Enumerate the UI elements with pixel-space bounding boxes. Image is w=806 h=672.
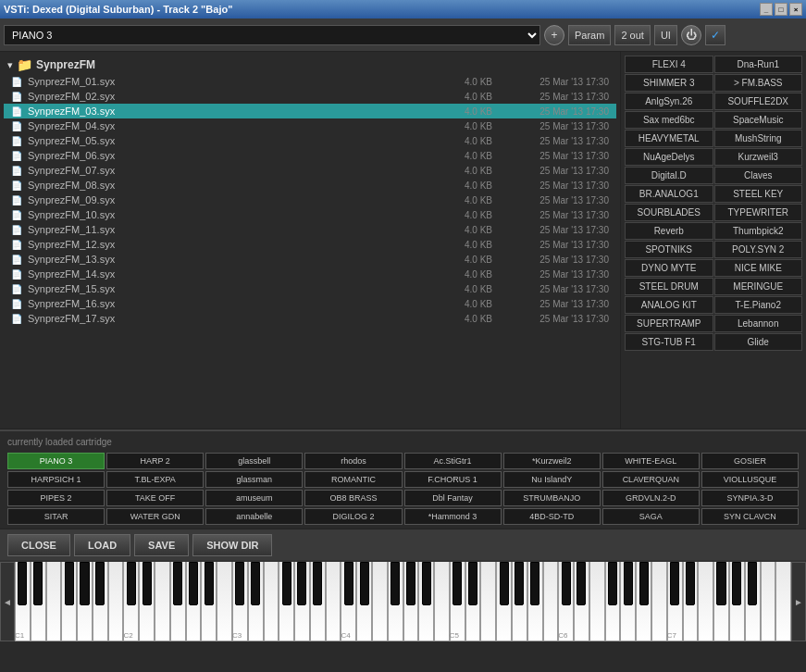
black-key[interactable] bbox=[468, 562, 477, 605]
patch-button[interactable]: Glide bbox=[714, 333, 803, 351]
cartridge-preset-button[interactable]: amuseum bbox=[205, 490, 303, 506]
black-key[interactable] bbox=[500, 562, 509, 605]
cartridge-preset-button[interactable]: TAKE OFF bbox=[106, 490, 204, 506]
black-key[interactable] bbox=[577, 562, 586, 605]
black-key[interactable] bbox=[65, 562, 74, 605]
cartridge-preset-button[interactable]: Ac.StiGtr1 bbox=[404, 453, 502, 469]
black-key[interactable] bbox=[18, 562, 27, 605]
patch-button[interactable]: SpaceMusic bbox=[714, 111, 803, 129]
patch-button[interactable]: SPOTNIKS bbox=[625, 241, 713, 258]
power-button[interactable]: ⏻ bbox=[681, 25, 701, 45]
patch-button[interactable]: Digital.D bbox=[625, 167, 713, 184]
black-key[interactable] bbox=[235, 562, 244, 605]
cartridge-preset-button[interactable]: SYNPIA.3-D bbox=[701, 490, 799, 506]
param-button[interactable]: Param bbox=[568, 25, 611, 45]
patch-button[interactable]: HEAVYMETAL bbox=[625, 130, 713, 147]
black-key[interactable] bbox=[716, 562, 725, 605]
black-key[interactable] bbox=[562, 562, 571, 605]
black-key[interactable] bbox=[251, 562, 260, 605]
patch-button[interactable]: Sax med6bc bbox=[625, 111, 713, 129]
black-key[interactable] bbox=[406, 562, 415, 605]
white-key[interactable] bbox=[698, 562, 713, 641]
black-key[interactable] bbox=[33, 562, 43, 605]
cartridge-preset-button[interactable]: *Kurzweil2 bbox=[503, 453, 601, 469]
black-key[interactable] bbox=[624, 562, 633, 605]
file-item[interactable]: 📄 SynprezFM_14.syx 4.0 KB 25 Mar '13 17:… bbox=[4, 267, 616, 281]
window-controls[interactable]: _ □ × bbox=[760, 3, 802, 16]
white-key[interactable] bbox=[761, 562, 776, 641]
cartridge-preset-button[interactable]: SAGA bbox=[602, 508, 700, 525]
cartridge-preset-button[interactable]: CLAVERQUAN bbox=[602, 471, 700, 488]
file-item[interactable]: 📄 SynprezFM_09.syx 4.0 KB 25 Mar '13 17:… bbox=[4, 193, 616, 207]
cartridge-preset-button[interactable]: GRDVLN.2-D bbox=[602, 490, 700, 506]
cartridge-preset-button[interactable]: glassman bbox=[205, 471, 303, 488]
white-key[interactable] bbox=[264, 562, 279, 641]
patch-button[interactable]: > FM.BASS bbox=[714, 74, 803, 92]
black-key[interactable] bbox=[732, 562, 741, 605]
patch-button[interactable]: SUPERTRAMP bbox=[625, 315, 713, 332]
patch-button[interactable]: MERINGUE bbox=[714, 278, 803, 295]
black-key[interactable] bbox=[95, 562, 105, 605]
black-key[interactable] bbox=[80, 562, 89, 605]
black-key[interactable] bbox=[686, 562, 695, 605]
patch-button[interactable]: Claves bbox=[714, 167, 803, 184]
check-button[interactable]: ✓ bbox=[705, 25, 725, 45]
white-key[interactable] bbox=[326, 562, 341, 641]
file-item[interactable]: 📄 SynprezFM_13.syx 4.0 KB 25 Mar '13 17:… bbox=[4, 252, 616, 267]
black-key[interactable] bbox=[391, 562, 400, 605]
black-key[interactable] bbox=[748, 562, 757, 605]
file-item[interactable]: 📄 SynprezFM_17.syx 4.0 KB 25 Mar '13 17:… bbox=[4, 311, 616, 326]
white-key[interactable] bbox=[155, 562, 170, 641]
cartridge-preset-button[interactable]: *Hammond 3 bbox=[404, 508, 502, 525]
patch-button[interactable]: SOUFFLE2DX bbox=[714, 93, 803, 110]
cartridge-preset-button[interactable]: SYN CLAVCN bbox=[701, 508, 799, 525]
file-item[interactable]: 📄 SynprezFM_03.syx 4.0 KB 25 Mar '13 17:… bbox=[4, 104, 616, 118]
file-item[interactable]: 📄 SynprezFM_16.syx 4.0 KB 25 Mar '13 17:… bbox=[4, 296, 616, 311]
patch-button[interactable]: TYPEWRITER bbox=[714, 204, 803, 221]
cartridge-preset-button[interactable]: annabelle bbox=[205, 508, 303, 525]
file-item[interactable]: 📄 SynprezFM_12.syx 4.0 KB 25 Mar '13 17:… bbox=[4, 237, 616, 252]
black-key[interactable] bbox=[297, 562, 306, 605]
patch-button[interactable]: NuAgeDelys bbox=[625, 148, 713, 166]
cartridge-preset-button[interactable]: PIANO 3 bbox=[7, 453, 105, 469]
file-item[interactable]: 📄 SynprezFM_05.syx 4.0 KB 25 Mar '13 17:… bbox=[4, 133, 616, 148]
patch-button[interactable]: STEEL KEY bbox=[714, 185, 803, 203]
file-item[interactable]: 📄 SynprezFM_11.syx 4.0 KB 25 Mar '13 17:… bbox=[4, 222, 616, 237]
cartridge-preset-button[interactable]: GOSIER bbox=[701, 453, 799, 469]
cartridge-preset-button[interactable]: ROMANTIC bbox=[304, 471, 402, 488]
file-item[interactable]: 📄 SynprezFM_01.syx 4.0 KB 25 Mar '13 17:… bbox=[4, 74, 616, 89]
cartridge-preset-button[interactable]: Dbl Fantay bbox=[404, 490, 502, 506]
white-key[interactable] bbox=[434, 562, 450, 641]
white-key[interactable] bbox=[46, 562, 62, 641]
white-key[interactable] bbox=[217, 562, 232, 641]
black-key[interactable] bbox=[205, 562, 214, 605]
2out-button[interactable]: 2 out bbox=[614, 25, 650, 45]
cartridge-preset-button[interactable]: Nu IslandY bbox=[503, 471, 601, 488]
cartridge-preset-button[interactable]: STRUMBANJO bbox=[503, 490, 601, 506]
save-button[interactable]: SAVE bbox=[134, 534, 189, 556]
cartridge-preset-button[interactable]: SITAR bbox=[7, 508, 105, 525]
patch-button[interactable]: Thumbpick2 bbox=[714, 222, 803, 240]
file-item[interactable]: 📄 SynprezFM_10.syx 4.0 KB 25 Mar '13 17:… bbox=[4, 207, 616, 222]
white-key[interactable] bbox=[543, 562, 559, 641]
patch-button[interactable]: SOURBLADES bbox=[625, 204, 713, 221]
cartridge-preset-button[interactable]: OB8 BRASS bbox=[304, 490, 402, 506]
patch-button[interactable]: POLY.SYN 2 bbox=[714, 241, 803, 258]
plus-button[interactable]: + bbox=[544, 25, 564, 45]
cartridge-preset-button[interactable]: VIOLLUSQUE bbox=[701, 471, 799, 488]
file-item[interactable]: 📄 SynprezFM_04.syx 4.0 KB 25 Mar '13 17:… bbox=[4, 118, 616, 133]
patch-button[interactable]: DYNO MYTE bbox=[625, 259, 713, 277]
white-key[interactable] bbox=[589, 562, 605, 641]
ui-button[interactable]: UI bbox=[654, 25, 677, 45]
cartridge-preset-button[interactable]: WATER GDN bbox=[106, 508, 204, 525]
file-item[interactable]: 📄 SynprezFM_15.syx 4.0 KB 25 Mar '13 17:… bbox=[4, 281, 616, 296]
white-key[interactable] bbox=[775, 562, 791, 641]
cartridge-preset-button[interactable]: WHITE-EAGL bbox=[602, 453, 700, 469]
preset-select[interactable]: PIANO 3 bbox=[4, 25, 540, 45]
patch-button[interactable]: Dna-Run1 bbox=[714, 56, 803, 73]
white-key[interactable] bbox=[372, 562, 388, 641]
folder-header[interactable]: ▾ 📁 SynprezFM bbox=[4, 56, 616, 74]
patch-button[interactable]: FLEXI 4 bbox=[625, 56, 713, 73]
patch-button[interactable]: Lebannon bbox=[714, 315, 803, 332]
patch-button[interactable]: Kurzweil3 bbox=[714, 148, 803, 166]
